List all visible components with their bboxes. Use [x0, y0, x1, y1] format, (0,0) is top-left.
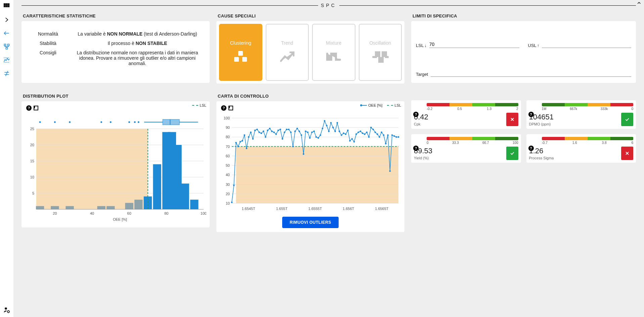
svg-point-142: [339, 130, 340, 132]
svg-point-91: [231, 202, 233, 203]
svg-point-127: [307, 131, 309, 133]
help-icon[interactable]: ?: [26, 105, 32, 111]
svg-rect-41: [125, 203, 133, 209]
svg-point-123: [299, 130, 300, 132]
svg-point-108: [267, 129, 268, 131]
help-icon[interactable]: ?: [413, 146, 419, 151]
svg-point-100: [250, 131, 252, 133]
control-chart-icon[interactable]: [3, 56, 10, 64]
status-badge: [621, 147, 633, 160]
svg-rect-39: [97, 206, 105, 209]
user-settings-icon[interactable]: [3, 306, 10, 314]
collapse-section-icon[interactable]: ⌃: [636, 1, 642, 9]
svg-rect-48: [181, 183, 189, 209]
control-section: CARTA DI CONTROLLO ? OEE [%] LSL 1020304…: [216, 90, 404, 232]
usl-input[interactable]: [542, 41, 631, 48]
svg-point-107: [265, 136, 266, 138]
svg-point-143: [341, 134, 342, 136]
svg-text:40: 40: [226, 173, 230, 177]
svg-point-111: [273, 131, 275, 133]
svg-point-131: [315, 136, 317, 138]
svg-point-135: [324, 120, 326, 122]
svg-point-166: [389, 170, 391, 172]
help-icon[interactable]: ?: [221, 105, 226, 111]
svg-rect-52: [163, 119, 179, 125]
svg-point-104: [258, 131, 260, 133]
svg-text:50: 50: [226, 163, 230, 167]
svg-point-16: [7, 311, 9, 313]
svg-point-160: [377, 134, 378, 135]
svg-rect-44: [153, 164, 161, 209]
svg-rect-5: [8, 6, 9, 7]
cause-cluster[interactable]: Clustering: [219, 24, 262, 81]
kpi-dpmo-ppm-: ? 1M667k333k0 104651DPMO (ppm): [526, 100, 636, 129]
svg-text:20: 20: [53, 211, 57, 215]
svg-text:60: 60: [127, 211, 131, 215]
svg-point-136: [326, 125, 328, 126]
cause-oscillation[interactable]: Oscillation: [359, 24, 402, 81]
svg-rect-8: [8, 44, 9, 46]
svg-point-165: [387, 134, 389, 136]
target-input[interactable]: [431, 70, 631, 77]
svg-text:80: 80: [164, 211, 168, 215]
remove-outliers-button[interactable]: RIMUOVI OUTLIERS: [282, 217, 338, 228]
help-icon[interactable]: ?: [528, 146, 534, 151]
svg-rect-17: [234, 57, 239, 62]
svg-point-119: [290, 131, 292, 133]
svg-point-93: [235, 142, 237, 144]
svg-point-120: [292, 146, 294, 147]
node-tree-icon[interactable]: [3, 43, 10, 50]
svg-point-128: [309, 137, 311, 139]
expand-sidebar-icon[interactable]: [3, 16, 10, 23]
svg-rect-4: [6, 6, 7, 7]
back-arrow-icon[interactable]: [3, 30, 10, 37]
kpi-section: ? -0.20.51.32 0.42Cpk ? 1M667k333k0 1046…: [411, 90, 636, 232]
expand-icon[interactable]: [228, 106, 233, 110]
svg-text:25: 25: [30, 127, 34, 131]
control-heading: CARTA DI CONTROLLO: [218, 94, 404, 99]
apps-icon[interactable]: [3, 3, 10, 10]
compare-icon[interactable]: [3, 70, 10, 77]
cause-mixture[interactable]: Mixture: [312, 24, 355, 81]
svg-point-113: [277, 129, 279, 131]
kpi-cpk: ? -0.20.51.32 0.42Cpk: [411, 100, 521, 129]
cause-trend[interactable]: Trend: [266, 24, 309, 81]
svg-point-61: [138, 121, 139, 123]
svg-point-133: [319, 134, 321, 136]
svg-point-145: [345, 134, 347, 135]
svg-point-98: [246, 148, 248, 149]
svg-rect-38: [66, 206, 74, 209]
svg-rect-2: [8, 4, 9, 5]
status-badge: [506, 147, 518, 160]
svg-point-126: [305, 130, 306, 132]
svg-point-138: [330, 122, 332, 124]
expand-icon[interactable]: [34, 106, 38, 110]
usl-field: USL ↑: [528, 41, 632, 48]
control-card: ? OEE [%] LSL 1020304050607080901001.654…: [216, 101, 404, 232]
svg-point-151: [357, 131, 359, 133]
svg-rect-40: [106, 206, 115, 209]
svg-point-141: [337, 122, 338, 124]
svg-text:60: 60: [226, 154, 230, 158]
svg-point-122: [296, 128, 298, 129]
svg-text:1.655T: 1.655T: [276, 207, 288, 211]
svg-rect-3: [4, 6, 5, 7]
help-icon[interactable]: ?: [413, 112, 419, 117]
svg-point-55: [54, 121, 56, 123]
svg-point-114: [280, 128, 281, 130]
svg-text:20: 20: [226, 192, 230, 196]
svg-point-102: [254, 129, 256, 131]
spec-card: LSL ↓ USL ↑ Target: [411, 21, 636, 83]
svg-point-54: [39, 121, 41, 123]
svg-rect-47: [173, 145, 181, 209]
distribution-plot[interactable]: 51015202520406080100OEE [%]: [25, 112, 206, 223]
svg-point-156: [368, 136, 370, 138]
svg-point-163: [383, 134, 385, 136]
svg-point-97: [244, 134, 245, 136]
svg-text:100: 100: [224, 116, 230, 120]
lsl-input[interactable]: [429, 41, 519, 48]
control-chart[interactable]: 1020304050607080901001.6545T1.655T1.6555…: [220, 112, 401, 213]
svg-point-146: [347, 129, 349, 131]
svg-text:OEE [%]: OEE [%]: [113, 217, 127, 221]
help-icon[interactable]: ?: [528, 112, 534, 117]
